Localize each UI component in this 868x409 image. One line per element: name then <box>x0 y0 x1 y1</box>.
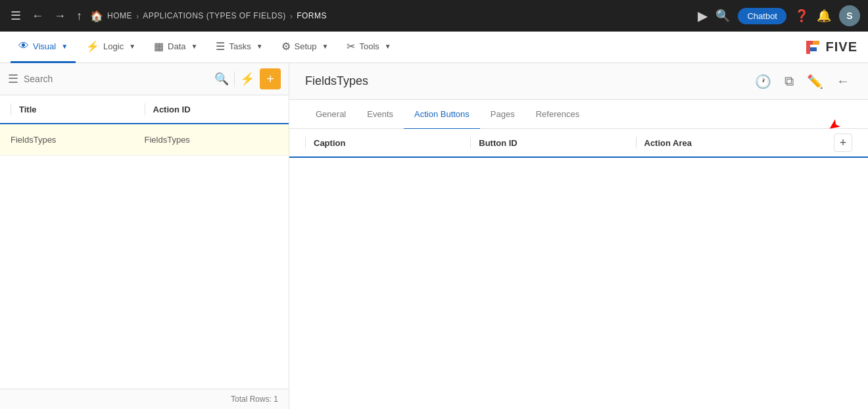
logic-caret: ▼ <box>129 43 135 50</box>
search-input[interactable] <box>24 74 209 84</box>
tab-tools[interactable]: ✂ Tools ▼ <box>339 32 398 63</box>
notifications-icon[interactable]: 🔔 <box>817 9 831 23</box>
logo-area: FIVE <box>804 38 857 57</box>
svg-marker-2 <box>810 47 817 51</box>
data-caret: ▼ <box>191 43 198 50</box>
row-title: FieldsTypes <box>11 135 145 145</box>
content-table-header: Caption Button ID Action Area + ➤ <box>289 129 868 158</box>
tools-icon: ✂ <box>347 40 355 53</box>
total-rows: Total Rows: 1 <box>231 395 278 404</box>
tab-action-buttons[interactable]: Action Buttons <box>404 101 480 130</box>
setup-icon: ⚙ <box>281 40 291 53</box>
history-button[interactable]: 🕐 <box>752 71 774 92</box>
five-logo-icon <box>804 38 822 57</box>
tab-logic[interactable]: ⚡ Logic ▼ <box>78 32 143 63</box>
search-icon[interactable]: 🔍 <box>715 9 730 23</box>
tasks-caret: ▼ <box>256 43 263 50</box>
copy-button[interactable]: ⧉ <box>782 71 796 91</box>
tasks-icon: ☰ <box>216 40 225 53</box>
secondary-navbar: 👁 Visual ▼ ⚡ Logic ▼ ▦ Data ▼ ☰ Tasks ▼ … <box>0 32 868 63</box>
right-panel: FieldsTypes 🕐 ⧉ ✏️ ← General Events Acti… <box>289 63 868 409</box>
tools-caret: ▼ <box>385 43 391 50</box>
search-divider <box>234 71 235 87</box>
col-button-id-label: Button ID <box>479 138 517 148</box>
table-header: Title Action ID <box>0 95 289 124</box>
tab-setup[interactable]: ⚙ Setup ▼ <box>274 32 337 63</box>
breadcrumb-forms[interactable]: FORMS <box>297 11 327 20</box>
menu-icon[interactable]: ☰ <box>8 6 24 26</box>
breadcrumb-home[interactable]: HOME <box>107 11 132 20</box>
back-icon[interactable]: ← <box>29 7 46 26</box>
col-title-sep <box>11 103 11 115</box>
left-panel: ☰ 🔍 ⚡ + Title Action ID FieldsTypes Fiel… <box>0 63 289 409</box>
data-icon: ▦ <box>154 40 164 53</box>
breadcrumb-applications[interactable]: APPLICATIONS (TYPES OF FIELDS) <box>143 11 285 20</box>
five-logo: FIVE <box>804 38 857 57</box>
content-area <box>289 158 868 409</box>
setup-caret: ▼ <box>322 43 329 50</box>
help-icon[interactable]: ❓ <box>794 9 809 23</box>
col-caption-header: Caption <box>305 137 470 149</box>
tab-tools-label: Tools <box>359 41 379 51</box>
col-caption-label: Caption <box>314 138 345 148</box>
user-avatar[interactable]: S <box>839 5 860 26</box>
col-title-label: Title <box>19 105 37 114</box>
add-action-button-button[interactable]: + <box>834 133 852 152</box>
back-button[interactable]: ← <box>834 71 852 91</box>
tab-visual[interactable]: 👁 Visual ▼ <box>11 32 76 63</box>
breadcrumb-sep-1: › <box>136 11 139 21</box>
visual-caret: ▼ <box>61 43 68 50</box>
tab-general[interactable]: General <box>305 101 356 130</box>
tab-pages[interactable]: Pages <box>480 101 525 130</box>
form-header: FieldsTypes 🕐 ⧉ ✏️ ← <box>289 63 868 100</box>
table-row[interactable]: FieldsTypes FieldsTypes <box>0 124 289 156</box>
table-footer: Total Rows: 1 <box>0 389 289 409</box>
visual-icon: 👁 <box>18 40 29 52</box>
col-action-area-header: Action Area <box>636 137 834 149</box>
tab-setup-label: Setup <box>295 41 317 51</box>
form-tabs: General Events Action Buttons Pages Refe… <box>289 100 868 129</box>
breadcrumb-sep-2: › <box>290 11 293 21</box>
logic-icon: ⚡ <box>86 40 99 53</box>
tab-events[interactable]: Events <box>356 101 404 130</box>
col-button-id-header: Button ID <box>470 137 635 149</box>
col-title-header: Title <box>11 103 145 115</box>
search-bar: ☰ 🔍 ⚡ + <box>0 63 289 95</box>
tab-logic-label: Logic <box>103 41 124 51</box>
play-icon[interactable]: ▶ <box>698 8 708 24</box>
home-icon[interactable]: 🏠 <box>90 10 103 22</box>
forward-icon[interactable]: → <box>51 7 68 26</box>
five-logo-text: FIVE <box>826 39 857 55</box>
form-actions: 🕐 ⧉ ✏️ ← <box>752 71 852 92</box>
svg-marker-1 <box>813 41 819 45</box>
tab-tasks-label: Tasks <box>229 41 251 51</box>
add-record-button[interactable]: + <box>260 68 281 89</box>
tab-visual-label: Visual <box>33 41 56 51</box>
data-table: FieldsTypes FieldsTypes <box>0 124 289 389</box>
tab-data-label: Data <box>168 41 185 51</box>
breadcrumb: 🏠 HOME › APPLICATIONS (TYPES OF FIELDS) … <box>90 10 692 22</box>
top-navbar: ☰ ← → ↑ 🏠 HOME › APPLICATIONS (TYPES OF … <box>0 0 868 32</box>
col-action-id-label: Action ID <box>153 105 191 114</box>
row-action-id: FieldsTypes <box>145 135 279 145</box>
nav-right: ▶ 🔍 Chatbot ❓ 🔔 S <box>698 5 860 26</box>
filter-icon[interactable]: ☰ <box>8 72 18 86</box>
col-action-area-label: Action Area <box>644 138 692 148</box>
search-icon[interactable]: 🔍 <box>214 72 229 86</box>
chatbot-button[interactable]: Chatbot <box>738 8 786 24</box>
edit-button[interactable]: ✏️ <box>804 71 826 92</box>
col-action-id-header: Action ID <box>145 103 279 115</box>
up-icon[interactable]: ↑ <box>74 7 85 26</box>
flash-icon[interactable]: ⚡ <box>240 72 254 86</box>
form-title: FieldsTypes <box>305 74 752 88</box>
main-layout: ☰ 🔍 ⚡ + Title Action ID FieldsTypes Fiel… <box>0 63 868 409</box>
col-action-id-sep <box>145 103 145 115</box>
tab-references[interactable]: References <box>525 101 590 130</box>
tab-data[interactable]: ▦ Data ▼ <box>146 32 205 63</box>
tab-tasks[interactable]: ☰ Tasks ▼ <box>208 32 270 63</box>
